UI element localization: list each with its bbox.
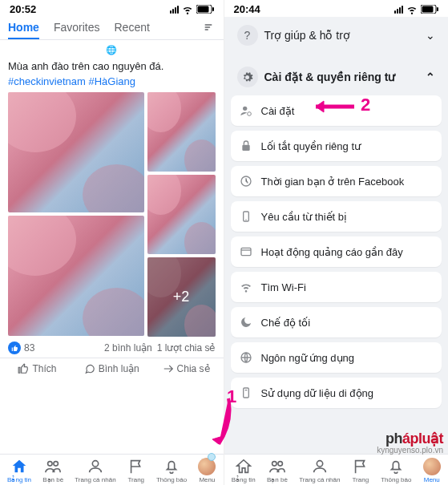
photo-4[interactable]	[147, 175, 216, 254]
share-button[interactable]: Chia sẻ	[149, 358, 224, 379]
battery-icon	[421, 5, 438, 14]
nav-menu[interactable]: Menu	[423, 458, 441, 483]
post-caption: Mùa anh đào trên cao nguyên đá.	[8, 60, 216, 72]
home-icon	[235, 458, 252, 475]
comment-count[interactable]: 2 bình luận	[104, 342, 152, 354]
battery-icon	[196, 5, 214, 14]
menu-item-dark-mode[interactable]: Chế độ tối	[231, 307, 442, 337]
share-count[interactable]: 1 lượt chia sẻ	[157, 342, 216, 354]
status-time: 20:44	[234, 3, 260, 15]
nav-feed[interactable]: Bảng tin	[7, 458, 31, 483]
nav-friends[interactable]: Bạn bè	[267, 458, 288, 483]
status-indicators	[394, 4, 438, 15]
status-time: 20:52	[10, 3, 36, 15]
svg-rect-9	[242, 145, 249, 151]
cursor-indicator	[208, 453, 216, 461]
menu-item-time-on-facebook[interactable]: Thời gian bạn ở trên Facebook	[231, 166, 442, 196]
tab-recent[interactable]: Recent	[114, 21, 149, 34]
nav-friends[interactable]: Bạn bè	[42, 458, 63, 483]
wifi-menu-icon	[239, 280, 253, 294]
share-icon	[163, 363, 174, 374]
screen-menu: 20:44 ? Trợ giúp & hỗ trợ ⌄ Cài đặt & qu…	[224, 0, 449, 485]
svg-point-8	[247, 112, 251, 116]
signal-icon	[394, 6, 403, 14]
svg-rect-6	[437, 7, 438, 11]
nav-notifications[interactable]: Thông báo	[381, 458, 411, 483]
nav-pages[interactable]: Trang	[352, 458, 369, 483]
settings-items: Cài đặt Lối tắt quyền riêng tư Thời gian…	[231, 95, 442, 408]
profile-icon	[87, 458, 104, 475]
tab-home[interactable]: Home	[8, 21, 39, 34]
flag-icon	[127, 458, 145, 475]
photo-more[interactable]: +2	[147, 257, 216, 337]
svg-rect-1	[197, 6, 208, 13]
more-photos-overlay: +2	[147, 257, 216, 337]
post-gallery[interactable]: +2	[0, 87, 224, 337]
like-count-icon	[8, 342, 21, 354]
nav-pages[interactable]: Trang	[127, 458, 145, 483]
annotation-label-2: 2	[361, 95, 370, 115]
tab-favorites[interactable]: Favorites	[54, 21, 100, 34]
menu-item-app-language[interactable]: Ngôn ngữ ứng dụng	[231, 342, 442, 373]
annotation-label-1: 1	[227, 386, 236, 407]
moon-icon	[239, 315, 253, 329]
nav-menu[interactable]: Menu	[198, 458, 216, 483]
svg-rect-15	[243, 388, 248, 398]
photo-1[interactable]	[8, 92, 144, 212]
svg-rect-5	[422, 6, 434, 13]
feed-tabs: Home Favorites Recent	[0, 17, 224, 40]
comment-icon	[84, 363, 95, 374]
settings-menu[interactable]: ? Trợ giúp & hỗ trợ ⌄ Cài đặt & quyền ri…	[224, 17, 449, 454]
post-hashtags[interactable]: #checkinvietnam #HàGiang	[8, 75, 216, 87]
post-actions: Thích Bình luận Chia sẻ	[0, 358, 224, 379]
language-icon	[239, 350, 253, 365]
privacy-globe-icon: 🌐	[8, 45, 216, 55]
svg-point-16	[317, 461, 322, 467]
nav-notifications[interactable]: Thông báo	[156, 458, 187, 483]
screen-feed: 20:52 Home Favorites Recent 🌐 Mùa anh đà…	[0, 0, 224, 485]
photo-2[interactable]	[8, 216, 144, 336]
clock-icon	[239, 174, 253, 188]
svg-point-12	[245, 219, 246, 220]
person-gear-icon	[239, 103, 253, 118]
chevron-up-icon: ⌃	[426, 71, 435, 83]
like-count: 83	[24, 342, 34, 354]
wifi-icon	[406, 4, 418, 15]
reactions-bar[interactable]: 83 2 bình luận 1 lượt chia sẻ	[0, 337, 224, 358]
nav-profile[interactable]: Trang cá nhân	[75, 458, 115, 483]
gear-icon	[237, 67, 258, 87]
like-button[interactable]: Thích	[0, 358, 75, 379]
home-icon	[10, 458, 28, 475]
menu-item-device-requests[interactable]: Yêu cầu từ thiết bị	[231, 201, 442, 232]
section-help[interactable]: ? Trợ giúp & hỗ trợ ⌄	[231, 17, 442, 54]
lock-icon	[239, 139, 253, 153]
bottom-nav: Bảng tin Bạn bè Trang cá nhân Trang Thôn…	[0, 454, 224, 485]
nav-feed[interactable]: Bảng tin	[232, 458, 256, 483]
section-settings-privacy[interactable]: Cài đặt & quyền riêng tư ⌃	[231, 59, 442, 95]
friends-icon	[268, 458, 286, 475]
nav-profile[interactable]: Trang cá nhân	[299, 458, 340, 483]
comment-button[interactable]: Bình luận	[75, 358, 149, 379]
post: 🌐 Mùa anh đào trên cao nguyên đá. #check…	[0, 40, 224, 87]
svg-point-7	[243, 107, 247, 111]
svg-point-3	[92, 461, 98, 467]
thumbs-up-icon	[18, 363, 29, 374]
menu-item-privacy-shortcuts[interactable]: Lối tắt quyền riêng tư	[231, 131, 442, 161]
status-indicators	[170, 4, 214, 15]
signal-icon	[170, 6, 179, 14]
menu-item-find-wifi[interactable]: Tìm Wi-Fi	[231, 272, 442, 302]
cellular-icon	[239, 386, 253, 400]
ads-icon	[239, 245, 253, 259]
status-bar: 20:52	[0, 0, 224, 17]
wifi-icon	[182, 4, 193, 15]
help-icon: ?	[237, 25, 258, 46]
flag-icon	[352, 458, 369, 475]
photo-3[interactable]	[147, 92, 216, 172]
menu-item-cellular-data[interactable]: Sử dụng dữ liệu di động	[231, 378, 442, 408]
menu-item-settings[interactable]: Cài đặt	[231, 95, 442, 126]
svg-rect-2	[212, 7, 214, 11]
sort-icon[interactable]	[201, 20, 216, 34]
bottom-nav: Bảng tin Bạn bè Trang cá nhân Trang Thôn…	[224, 454, 449, 485]
menu-item-recent-ads[interactable]: Hoạt động quảng cáo gần đây	[231, 236, 442, 267]
friends-icon	[44, 458, 62, 475]
